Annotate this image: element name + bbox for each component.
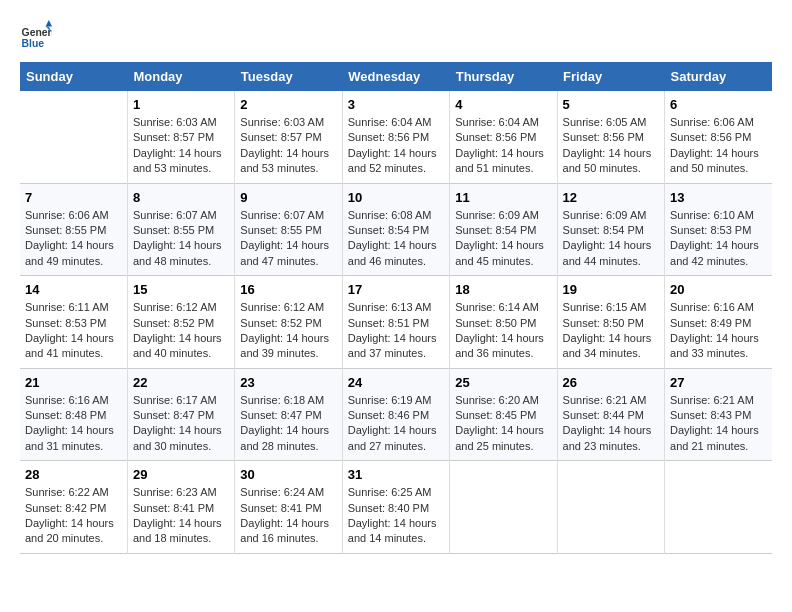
- day-number: 30: [240, 467, 336, 482]
- cell-sun-info: Sunrise: 6:20 AMSunset: 8:45 PMDaylight:…: [455, 393, 551, 455]
- calendar-cell: [450, 461, 557, 554]
- day-number: 14: [25, 282, 122, 297]
- calendar-week-row: 21Sunrise: 6:16 AMSunset: 8:48 PMDayligh…: [20, 368, 772, 461]
- calendar-cell: [20, 91, 127, 183]
- day-number: 8: [133, 190, 229, 205]
- cell-sun-info: Sunrise: 6:15 AMSunset: 8:50 PMDaylight:…: [563, 300, 659, 362]
- svg-text:Blue: Blue: [22, 38, 45, 49]
- cell-sun-info: Sunrise: 6:08 AMSunset: 8:54 PMDaylight:…: [348, 208, 444, 270]
- day-number: 23: [240, 375, 336, 390]
- logo: General Blue: [20, 20, 52, 52]
- calendar-cell: 28Sunrise: 6:22 AMSunset: 8:42 PMDayligh…: [20, 461, 127, 554]
- calendar-cell: 12Sunrise: 6:09 AMSunset: 8:54 PMDayligh…: [557, 183, 664, 276]
- calendar-cell: 14Sunrise: 6:11 AMSunset: 8:53 PMDayligh…: [20, 276, 127, 369]
- day-number: 15: [133, 282, 229, 297]
- calendar-cell: 17Sunrise: 6:13 AMSunset: 8:51 PMDayligh…: [342, 276, 449, 369]
- calendar-cell: 24Sunrise: 6:19 AMSunset: 8:46 PMDayligh…: [342, 368, 449, 461]
- cell-sun-info: Sunrise: 6:25 AMSunset: 8:40 PMDaylight:…: [348, 485, 444, 547]
- day-number: 7: [25, 190, 122, 205]
- weekday-header-row: SundayMondayTuesdayWednesdayThursdayFrid…: [20, 62, 772, 91]
- weekday-header-monday: Monday: [127, 62, 234, 91]
- calendar-cell: 16Sunrise: 6:12 AMSunset: 8:52 PMDayligh…: [235, 276, 342, 369]
- calendar-cell: 6Sunrise: 6:06 AMSunset: 8:56 PMDaylight…: [665, 91, 772, 183]
- calendar-cell: 20Sunrise: 6:16 AMSunset: 8:49 PMDayligh…: [665, 276, 772, 369]
- calendar-cell: 22Sunrise: 6:17 AMSunset: 8:47 PMDayligh…: [127, 368, 234, 461]
- cell-sun-info: Sunrise: 6:10 AMSunset: 8:53 PMDaylight:…: [670, 208, 767, 270]
- day-number: 19: [563, 282, 659, 297]
- day-number: 5: [563, 97, 659, 112]
- cell-sun-info: Sunrise: 6:09 AMSunset: 8:54 PMDaylight:…: [563, 208, 659, 270]
- day-number: 18: [455, 282, 551, 297]
- cell-sun-info: Sunrise: 6:04 AMSunset: 8:56 PMDaylight:…: [348, 115, 444, 177]
- cell-sun-info: Sunrise: 6:06 AMSunset: 8:55 PMDaylight:…: [25, 208, 122, 270]
- cell-sun-info: Sunrise: 6:17 AMSunset: 8:47 PMDaylight:…: [133, 393, 229, 455]
- cell-sun-info: Sunrise: 6:03 AMSunset: 8:57 PMDaylight:…: [240, 115, 336, 177]
- calendar-cell: 4Sunrise: 6:04 AMSunset: 8:56 PMDaylight…: [450, 91, 557, 183]
- calendar-cell: 10Sunrise: 6:08 AMSunset: 8:54 PMDayligh…: [342, 183, 449, 276]
- cell-sun-info: Sunrise: 6:13 AMSunset: 8:51 PMDaylight:…: [348, 300, 444, 362]
- calendar-week-row: 14Sunrise: 6:11 AMSunset: 8:53 PMDayligh…: [20, 276, 772, 369]
- day-number: 10: [348, 190, 444, 205]
- calendar-cell: 18Sunrise: 6:14 AMSunset: 8:50 PMDayligh…: [450, 276, 557, 369]
- cell-sun-info: Sunrise: 6:07 AMSunset: 8:55 PMDaylight:…: [240, 208, 336, 270]
- day-number: 25: [455, 375, 551, 390]
- calendar-cell: 23Sunrise: 6:18 AMSunset: 8:47 PMDayligh…: [235, 368, 342, 461]
- cell-sun-info: Sunrise: 6:21 AMSunset: 8:44 PMDaylight:…: [563, 393, 659, 455]
- calendar-cell: 19Sunrise: 6:15 AMSunset: 8:50 PMDayligh…: [557, 276, 664, 369]
- day-number: 6: [670, 97, 767, 112]
- day-number: 2: [240, 97, 336, 112]
- weekday-header-saturday: Saturday: [665, 62, 772, 91]
- weekday-header-wednesday: Wednesday: [342, 62, 449, 91]
- cell-sun-info: Sunrise: 6:16 AMSunset: 8:49 PMDaylight:…: [670, 300, 767, 362]
- day-number: 12: [563, 190, 659, 205]
- day-number: 27: [670, 375, 767, 390]
- calendar-table: SundayMondayTuesdayWednesdayThursdayFrid…: [20, 62, 772, 554]
- day-number: 4: [455, 97, 551, 112]
- cell-sun-info: Sunrise: 6:14 AMSunset: 8:50 PMDaylight:…: [455, 300, 551, 362]
- weekday-header-friday: Friday: [557, 62, 664, 91]
- day-number: 26: [563, 375, 659, 390]
- calendar-cell: [665, 461, 772, 554]
- page-header: General Blue: [20, 20, 772, 52]
- cell-sun-info: Sunrise: 6:07 AMSunset: 8:55 PMDaylight:…: [133, 208, 229, 270]
- calendar-cell: 8Sunrise: 6:07 AMSunset: 8:55 PMDaylight…: [127, 183, 234, 276]
- day-number: 29: [133, 467, 229, 482]
- day-number: 22: [133, 375, 229, 390]
- svg-text:General: General: [22, 27, 52, 38]
- calendar-cell: 30Sunrise: 6:24 AMSunset: 8:41 PMDayligh…: [235, 461, 342, 554]
- calendar-cell: 7Sunrise: 6:06 AMSunset: 8:55 PMDaylight…: [20, 183, 127, 276]
- cell-sun-info: Sunrise: 6:12 AMSunset: 8:52 PMDaylight:…: [133, 300, 229, 362]
- day-number: 21: [25, 375, 122, 390]
- calendar-cell: 29Sunrise: 6:23 AMSunset: 8:41 PMDayligh…: [127, 461, 234, 554]
- cell-sun-info: Sunrise: 6:09 AMSunset: 8:54 PMDaylight:…: [455, 208, 551, 270]
- day-number: 11: [455, 190, 551, 205]
- weekday-header-thursday: Thursday: [450, 62, 557, 91]
- day-number: 9: [240, 190, 336, 205]
- cell-sun-info: Sunrise: 6:16 AMSunset: 8:48 PMDaylight:…: [25, 393, 122, 455]
- cell-sun-info: Sunrise: 6:21 AMSunset: 8:43 PMDaylight:…: [670, 393, 767, 455]
- calendar-cell: 31Sunrise: 6:25 AMSunset: 8:40 PMDayligh…: [342, 461, 449, 554]
- cell-sun-info: Sunrise: 6:04 AMSunset: 8:56 PMDaylight:…: [455, 115, 551, 177]
- calendar-cell: [557, 461, 664, 554]
- weekday-header-sunday: Sunday: [20, 62, 127, 91]
- calendar-cell: 15Sunrise: 6:12 AMSunset: 8:52 PMDayligh…: [127, 276, 234, 369]
- cell-sun-info: Sunrise: 6:18 AMSunset: 8:47 PMDaylight:…: [240, 393, 336, 455]
- day-number: 20: [670, 282, 767, 297]
- day-number: 13: [670, 190, 767, 205]
- weekday-header-tuesday: Tuesday: [235, 62, 342, 91]
- day-number: 31: [348, 467, 444, 482]
- day-number: 1: [133, 97, 229, 112]
- cell-sun-info: Sunrise: 6:12 AMSunset: 8:52 PMDaylight:…: [240, 300, 336, 362]
- svg-marker-2: [46, 20, 52, 26]
- cell-sun-info: Sunrise: 6:19 AMSunset: 8:46 PMDaylight:…: [348, 393, 444, 455]
- day-number: 28: [25, 467, 122, 482]
- calendar-cell: 5Sunrise: 6:05 AMSunset: 8:56 PMDaylight…: [557, 91, 664, 183]
- calendar-week-row: 28Sunrise: 6:22 AMSunset: 8:42 PMDayligh…: [20, 461, 772, 554]
- cell-sun-info: Sunrise: 6:23 AMSunset: 8:41 PMDaylight:…: [133, 485, 229, 547]
- cell-sun-info: Sunrise: 6:05 AMSunset: 8:56 PMDaylight:…: [563, 115, 659, 177]
- cell-sun-info: Sunrise: 6:22 AMSunset: 8:42 PMDaylight:…: [25, 485, 122, 547]
- calendar-cell: 26Sunrise: 6:21 AMSunset: 8:44 PMDayligh…: [557, 368, 664, 461]
- cell-sun-info: Sunrise: 6:24 AMSunset: 8:41 PMDaylight:…: [240, 485, 336, 547]
- calendar-cell: 1Sunrise: 6:03 AMSunset: 8:57 PMDaylight…: [127, 91, 234, 183]
- calendar-cell: 13Sunrise: 6:10 AMSunset: 8:53 PMDayligh…: [665, 183, 772, 276]
